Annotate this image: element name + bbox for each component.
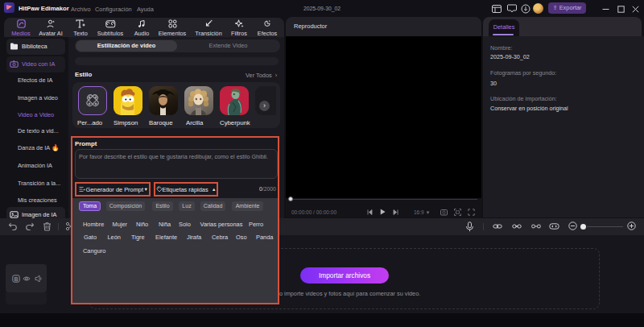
svg-text:B: B (14, 276, 18, 282)
